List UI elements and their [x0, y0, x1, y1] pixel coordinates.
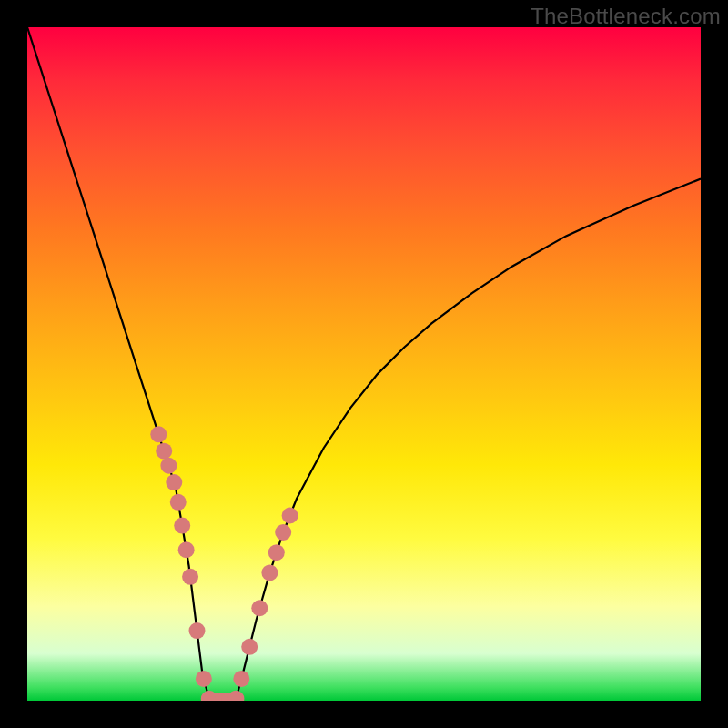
chart-frame: TheBottleneck.com — [0, 0, 728, 728]
data-marker — [251, 600, 268, 616]
watermark-text: TheBottleneck.com — [531, 4, 721, 29]
data-marker — [282, 508, 298, 524]
data-marker — [170, 494, 187, 511]
data-marker — [166, 474, 182, 490]
data-marker — [160, 458, 177, 474]
data-marker — [156, 443, 172, 460]
data-marker — [178, 541, 195, 558]
data-marker — [182, 569, 198, 585]
data-marker — [241, 639, 258, 655]
data-marker — [228, 691, 244, 701]
bottleneck-curve — [27, 27, 701, 701]
data-marker — [233, 671, 249, 687]
plot-area — [27, 27, 701, 701]
data-marker — [196, 671, 212, 687]
data-marker — [174, 518, 190, 534]
data-markers — [150, 426, 298, 701]
data-marker — [268, 544, 285, 561]
data-marker — [275, 524, 291, 541]
curve-svg — [27, 27, 701, 701]
data-marker — [150, 426, 167, 442]
data-marker — [188, 622, 205, 639]
data-marker — [261, 564, 278, 581]
